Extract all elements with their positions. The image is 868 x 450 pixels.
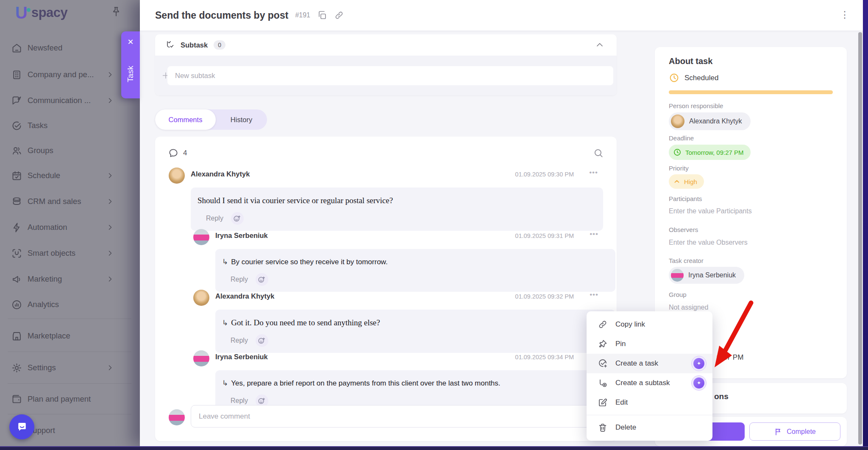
- new-subtask-input[interactable]: [167, 66, 613, 85]
- observers-field[interactable]: Enter the value Observers: [669, 239, 748, 246]
- ai-sparkle-button[interactable]: ✦: [691, 356, 707, 371]
- comment-bubble: ↳Got it. Do you need me to send anything…: [215, 310, 615, 353]
- sidebar-item-communication[interactable]: Communication ...: [0, 93, 140, 108]
- leave-comment-input[interactable]: [191, 405, 615, 428]
- avatar: [193, 229, 209, 245]
- tab-history[interactable]: History: [216, 109, 267, 130]
- sidebar-item-marketplace[interactable]: Marketplace: [0, 329, 140, 343]
- comment-header: Alexandra Khytyk 01.09.2025 09:30 PM •••: [169, 168, 603, 182]
- comment-author: Iryna Serbeniuk: [215, 353, 268, 361]
- emoji-add-icon: [257, 275, 266, 284]
- menu-item-create-a-subtask[interactable]: Create a subtask✦: [587, 373, 712, 393]
- comment-context-menu: Copy linkPinCreate a task✦Create a subta…: [587, 311, 712, 441]
- sidebar-item-groups[interactable]: Groups: [0, 143, 140, 158]
- task-id: #191: [295, 11, 310, 19]
- delete-icon: [598, 422, 608, 433]
- person-responsible-label: Person responsible: [669, 102, 723, 109]
- clock-status-icon: [669, 73, 679, 83]
- comment-history-tabs: Comments History: [155, 109, 267, 130]
- avatar: [193, 290, 209, 306]
- support-chat-fab[interactable]: [9, 414, 34, 439]
- subtask-branch-icon: [165, 40, 175, 50]
- sidebar-item-smart-objects[interactable]: Smart objects: [0, 246, 140, 260]
- chevron-right-icon: [106, 275, 114, 283]
- menu-item-edit[interactable]: Edit: [587, 393, 712, 412]
- task-menu-kebab-icon[interactable]: ⋮: [840, 9, 849, 20]
- task-modal: Send the documents by post #191 ⋮ Subtas…: [140, 0, 863, 446]
- reply-button[interactable]: Reply: [231, 397, 248, 405]
- search-icon[interactable]: [593, 148, 604, 159]
- deadline-pill[interactable]: Tomorrow, 09:27 PM: [669, 145, 751, 160]
- sidebar-item-label: Settings: [28, 363, 56, 372]
- avatar: [671, 269, 684, 282]
- comment-author: Alexandra Khytyk: [191, 170, 250, 178]
- menu-item-copy-link[interactable]: Copy link: [587, 315, 712, 334]
- menu-item-delete[interactable]: Delete: [587, 418, 712, 437]
- group-value[interactable]: Not assigned: [669, 304, 708, 311]
- scrollbar-thumb[interactable]: [858, 32, 862, 444]
- reply-button[interactable]: Reply: [231, 276, 248, 283]
- leave-comment-row: [169, 405, 615, 429]
- chevron-up-icon[interactable]: [595, 40, 605, 50]
- sidebar-item-label: Groups: [28, 146, 53, 155]
- communication-icon: [11, 95, 22, 106]
- copy-id-icon[interactable]: [317, 10, 327, 20]
- comment-kebab-icon[interactable]: •••: [590, 291, 598, 299]
- subtask-header[interactable]: Subtask 0: [155, 34, 617, 56]
- comment-kebab-icon[interactable]: •••: [590, 230, 598, 238]
- priority-label: Priority: [669, 165, 689, 172]
- copy-link-header-icon[interactable]: [334, 10, 344, 20]
- observers-label: Observers: [669, 226, 698, 233]
- copy-link-icon: [598, 319, 608, 330]
- schedule-icon: [11, 170, 22, 182]
- comment-kebab-icon[interactable]: •••: [589, 168, 598, 177]
- task-side-tab[interactable]: ✕ Task: [121, 31, 140, 98]
- screen: U spacy NewsfeedCompany and pe...Communi…: [0, 0, 868, 450]
- menu-item-pin[interactable]: Pin: [587, 334, 712, 354]
- participants-field[interactable]: Enter the value Participants: [669, 207, 752, 215]
- sidebar-item-marketing[interactable]: Marketing: [0, 272, 140, 286]
- sidebar-item-label: Tasks: [28, 121, 47, 130]
- add-reaction-button[interactable]: [256, 334, 268, 347]
- sidebar-item-tasks[interactable]: Tasks: [0, 118, 140, 133]
- sidebar-item-plan-and-payment[interactable]: Plan and payment: [0, 392, 140, 406]
- logo-text: spacy: [31, 5, 67, 20]
- reply-row: Reply: [206, 212, 592, 225]
- sidebar-item-analytics[interactable]: Analytics: [0, 297, 140, 312]
- menu-item-create-a-task[interactable]: Create a task✦: [587, 354, 712, 373]
- add-reaction-button[interactable]: [231, 212, 244, 225]
- sidebar-item-crm-and-sales[interactable]: CRM and sales: [0, 194, 140, 209]
- sidebar-item-automation[interactable]: Automation: [0, 220, 140, 235]
- reply-button[interactable]: Reply: [231, 337, 248, 344]
- chevron-right-icon: [106, 171, 114, 180]
- page-edge-bottom: [0, 446, 868, 450]
- add-reaction-button[interactable]: [256, 273, 268, 286]
- ai-sparkle-button[interactable]: ✦: [691, 375, 707, 391]
- sidebar-item-label: Plan and payment: [28, 394, 91, 404]
- chevron-right-icon: [106, 70, 114, 79]
- complete-button[interactable]: Complete: [749, 422, 840, 441]
- task-creator-pill[interactable]: Iryna Serbeniuk: [669, 267, 744, 284]
- sidebar-item-newsfeed[interactable]: Newsfeed: [0, 41, 140, 55]
- comment-text: Should I send it via courier service or …: [198, 196, 592, 205]
- menu-item-label: Create a subtask: [615, 379, 670, 387]
- chevron-right-icon: [106, 96, 114, 105]
- group-label: Group: [669, 291, 687, 298]
- status-row[interactable]: Scheduled: [669, 73, 718, 83]
- sidebar-item-settings[interactable]: Settings: [0, 361, 140, 375]
- sidebar-item-company-and-pe[interactable]: Company and pe...: [0, 67, 140, 82]
- tab-comments[interactable]: Comments: [155, 109, 216, 130]
- close-task-icon[interactable]: ✕: [121, 37, 140, 47]
- uspacy-logo[interactable]: U spacy: [15, 4, 67, 21]
- reply-button[interactable]: Reply: [206, 215, 223, 222]
- priority-pill[interactable]: High: [669, 174, 704, 189]
- comment-text: ↳By courier service so they receive it b…: [222, 257, 604, 266]
- avatar: [671, 115, 684, 128]
- deadline-value: Tomorrow, 09:27 PM: [685, 149, 744, 156]
- sidebar-item-schedule[interactable]: Schedule: [0, 168, 140, 183]
- pin-sidebar-icon[interactable]: [110, 6, 122, 18]
- task-header: Send the documents by post #191 ⋮: [140, 0, 863, 31]
- person-responsible-pill[interactable]: Alexandra Khytyk: [669, 112, 751, 130]
- menu-item-label: Pin: [615, 340, 626, 348]
- chevron-up-priority-icon: [673, 178, 681, 185]
